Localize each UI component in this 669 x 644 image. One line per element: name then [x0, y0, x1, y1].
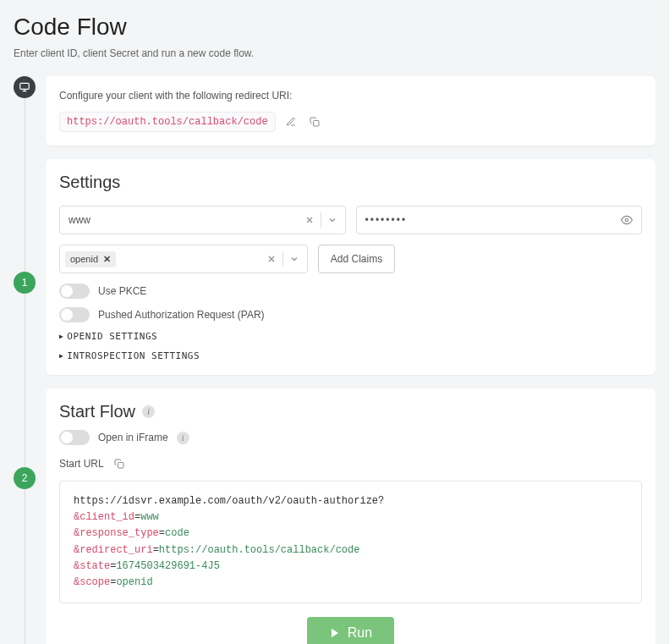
toggle-par-label: Pushed Authorization Request (PAR) [98, 309, 265, 321]
remove-tag-icon[interactable]: ✕ [103, 254, 111, 265]
card-start-flow: Start Flow i Open in iFrame i Start URL … [46, 388, 655, 644]
scope-tag-label: openid [70, 254, 98, 264]
add-claims-button[interactable]: Add Claims [318, 245, 395, 273]
toggle-par[interactable] [59, 307, 90, 322]
clear-icon[interactable] [264, 251, 279, 267]
client-secret-field[interactable] [356, 206, 643, 234]
chevron-down-icon[interactable] [325, 212, 340, 228]
client-id-input[interactable] [65, 214, 302, 226]
play-icon [329, 627, 341, 639]
monitor-icon [19, 81, 30, 93]
configure-hint: Configure your client with the following… [59, 90, 642, 102]
step-badge-1: 1 [14, 272, 36, 294]
toggle-pkce[interactable] [59, 283, 90, 299]
toggle-pkce-label: Use PKCE [98, 285, 146, 297]
card-settings: Settings [46, 159, 655, 375]
page-subtitle: Enter client ID, client Secret and run a… [14, 47, 655, 59]
edit-icon[interactable] [282, 113, 299, 130]
step-badge-2: 2 [14, 467, 36, 489]
info-icon[interactable]: i [142, 405, 155, 418]
eye-icon[interactable] [621, 214, 636, 226]
step-badge-config [14, 76, 36, 98]
expander-openid[interactable]: ▶ OPENID SETTINGS [59, 331, 642, 342]
client-secret-input[interactable] [362, 214, 622, 226]
toggle-iframe-label: Open in iFrame [98, 432, 168, 443]
triangle-icon: ▶ [59, 352, 63, 360]
step-rail: 1 2 [14, 76, 36, 644]
info-icon[interactable]: i [177, 432, 189, 444]
triangle-icon: ▶ [59, 333, 63, 340]
copy-icon[interactable] [306, 113, 323, 130]
chevron-down-icon[interactable] [287, 251, 302, 267]
svg-rect-3 [313, 121, 319, 127]
start-flow-title: Start Flow [59, 402, 135, 421]
client-id-select[interactable] [59, 206, 346, 234]
expander-introspection-label: INTROSPECTION SETTINGS [67, 350, 200, 361]
svg-rect-0 [20, 83, 30, 89]
start-url-label: Start URL [59, 458, 104, 470]
run-button-label: Run [348, 625, 372, 641]
clear-icon[interactable] [302, 212, 317, 228]
toggle-iframe[interactable] [59, 430, 90, 445]
page-title: Code Flow [14, 14, 655, 41]
settings-title: Settings [59, 173, 642, 192]
svg-marker-10 [332, 629, 338, 638]
scope-select[interactable]: openid ✕ [59, 245, 308, 273]
svg-point-6 [625, 218, 628, 222]
redirect-uri-value: https://oauth.tools/callback/code [59, 112, 276, 132]
svg-rect-9 [118, 463, 123, 469]
expander-introspection[interactable]: ▶ INTROSPECTION SETTINGS [59, 350, 642, 361]
copy-icon[interactable] [111, 455, 128, 472]
card-configure: Configure your client with the following… [46, 76, 655, 146]
run-button[interactable]: Run [307, 617, 394, 644]
start-url-code: https://idsvr.example.com/oauth/v2/oauth… [59, 481, 642, 603]
expander-openid-label: OPENID SETTINGS [67, 331, 157, 342]
scope-tag: openid ✕ [65, 251, 116, 267]
